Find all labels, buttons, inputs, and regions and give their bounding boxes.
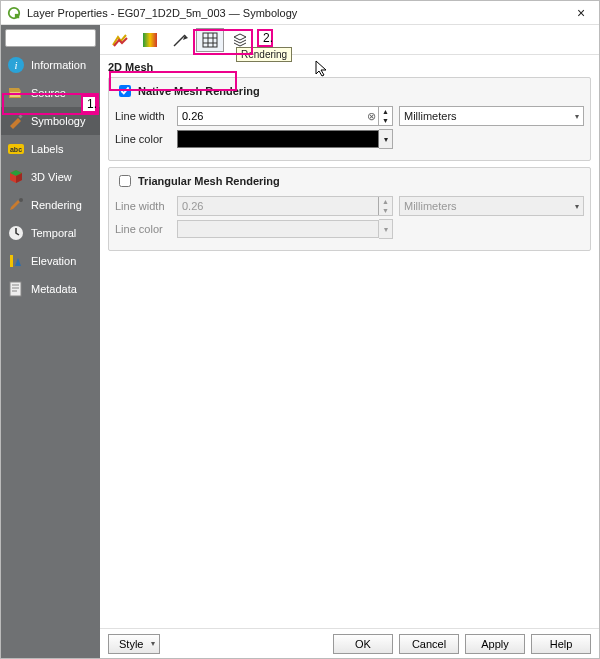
close-button[interactable]: × — [569, 5, 593, 21]
search-input[interactable] — [5, 29, 96, 47]
svg-rect-11 — [10, 282, 21, 296]
triangular-line-color-label: Line color — [115, 223, 171, 235]
sidebar-search — [1, 25, 100, 51]
ok-button[interactable]: OK — [333, 634, 393, 654]
triangular-mesh-label: Triangular Mesh Rendering — [138, 175, 280, 187]
sidebar-item-labels[interactable]: abc Labels — [1, 135, 100, 163]
sidebar: i Information Source Symbology abc Label… — [1, 25, 100, 658]
triangular-mesh-panel: Triangular Mesh Rendering Line width ▲▼ … — [108, 167, 591, 251]
clear-icon[interactable]: ⊗ — [364, 110, 378, 123]
svg-rect-1 — [15, 13, 19, 17]
native-line-color-dropdown[interactable]: ▾ — [379, 129, 393, 149]
symbology-toolbar: Rendering — [100, 25, 599, 55]
sidebar-item-label: Symbology — [31, 115, 85, 127]
sidebar-item-metadata[interactable]: Metadata — [1, 275, 100, 303]
symbology-content: 2D Mesh Native Mesh Rendering Line width… — [100, 55, 599, 628]
sidebar-item-rendering[interactable]: Rendering — [1, 191, 100, 219]
sidebar-item-label: Rendering — [31, 199, 82, 211]
triangular-line-width-input — [178, 197, 378, 215]
sidebar-item-label: Labels — [31, 143, 63, 155]
cube-icon — [7, 168, 25, 186]
native-mesh-checkbox[interactable] — [119, 85, 131, 97]
qgis-icon — [7, 6, 21, 20]
svg-line-16 — [174, 35, 185, 46]
dialog-footer: Style OK Cancel Apply Help — [100, 628, 599, 658]
info-icon: i — [7, 56, 25, 74]
spin-down-icon[interactable]: ▼ — [379, 116, 392, 125]
metadata-icon — [7, 280, 25, 298]
toolbar-tooltip: Rendering — [236, 47, 292, 62]
sidebar-item-elevation[interactable]: Elevation — [1, 247, 100, 275]
native-mesh-label: Native Mesh Rendering — [138, 85, 260, 97]
chevron-down-icon: ▾ — [575, 112, 579, 121]
toolbar-mesh-button[interactable] — [196, 28, 224, 52]
svg-rect-15 — [143, 33, 157, 47]
spin-down-icon: ▼ — [379, 206, 392, 215]
chevron-down-icon: ▾ — [575, 202, 579, 211]
sidebar-item-label: Metadata — [31, 283, 77, 295]
source-icon — [7, 84, 25, 102]
svg-rect-17 — [203, 33, 217, 47]
triangular-line-color-dropdown: ▾ — [379, 219, 393, 239]
native-line-color-swatch[interactable] — [177, 130, 379, 148]
callout-1: 1. — [81, 95, 97, 113]
triangular-units-value: Millimeters — [404, 200, 457, 212]
brush-icon — [7, 196, 25, 214]
triangular-line-color-swatch — [177, 220, 379, 238]
native-line-color-label: Line color — [115, 133, 171, 145]
labels-icon: abc — [7, 140, 25, 158]
spin-up-icon: ▲ — [379, 197, 392, 206]
svg-rect-10 — [10, 255, 13, 267]
triangular-line-width-label: Line width — [115, 200, 171, 212]
triangular-line-width-spin: ▲▼ — [177, 196, 393, 216]
native-line-width-spin[interactable]: ⊗ ▲▼ — [177, 106, 393, 126]
toolbar-arrow-button[interactable] — [166, 28, 194, 52]
symbology-icon — [7, 112, 25, 130]
help-button[interactable]: Help — [531, 634, 591, 654]
toolbar-contours-button[interactable] — [106, 28, 134, 52]
native-units-select[interactable]: Millimeters ▾ — [399, 106, 584, 126]
svg-rect-5 — [18, 114, 22, 118]
svg-text:i: i — [14, 59, 17, 71]
clock-icon — [7, 224, 25, 242]
svg-point-8 — [19, 198, 23, 202]
sidebar-item-label: Temporal — [31, 227, 76, 239]
svg-text:abc: abc — [10, 146, 22, 153]
sidebar-item-3dview[interactable]: 3D View — [1, 163, 100, 191]
sidebar-item-label: Elevation — [31, 255, 76, 267]
sidebar-item-label: Information — [31, 59, 86, 71]
layer-properties-dialog: Layer Properties - EG07_1D2D_5m_003 — Sy… — [0, 0, 600, 659]
apply-button[interactable]: Apply — [465, 634, 525, 654]
titlebar: Layer Properties - EG07_1D2D_5m_003 — Sy… — [1, 1, 599, 25]
elevation-icon — [7, 252, 25, 270]
native-mesh-panel: Native Mesh Rendering Line width ⊗ ▲▼ Mi… — [108, 77, 591, 161]
section-title-2d-mesh: 2D Mesh — [108, 61, 591, 73]
sidebar-item-label: 3D View — [31, 171, 72, 183]
triangular-mesh-checkbox[interactable] — [119, 175, 131, 187]
native-units-value: Millimeters — [404, 110, 457, 122]
style-button[interactable]: Style — [108, 634, 160, 654]
window-title: Layer Properties - EG07_1D2D_5m_003 — Sy… — [27, 7, 569, 19]
svg-rect-4 — [10, 92, 20, 97]
triangular-units-select: Millimeters ▾ — [399, 196, 584, 216]
sidebar-item-temporal[interactable]: Temporal — [1, 219, 100, 247]
toolbar-vectors-button[interactable] — [136, 28, 164, 52]
native-line-width-input[interactable] — [178, 107, 364, 125]
sidebar-item-information[interactable]: i Information — [1, 51, 100, 79]
spin-up-icon[interactable]: ▲ — [379, 107, 392, 116]
cancel-button[interactable]: Cancel — [399, 634, 459, 654]
native-line-width-label: Line width — [115, 110, 171, 122]
sidebar-item-label: Source — [31, 87, 66, 99]
callout-2: 2. — [257, 29, 273, 47]
